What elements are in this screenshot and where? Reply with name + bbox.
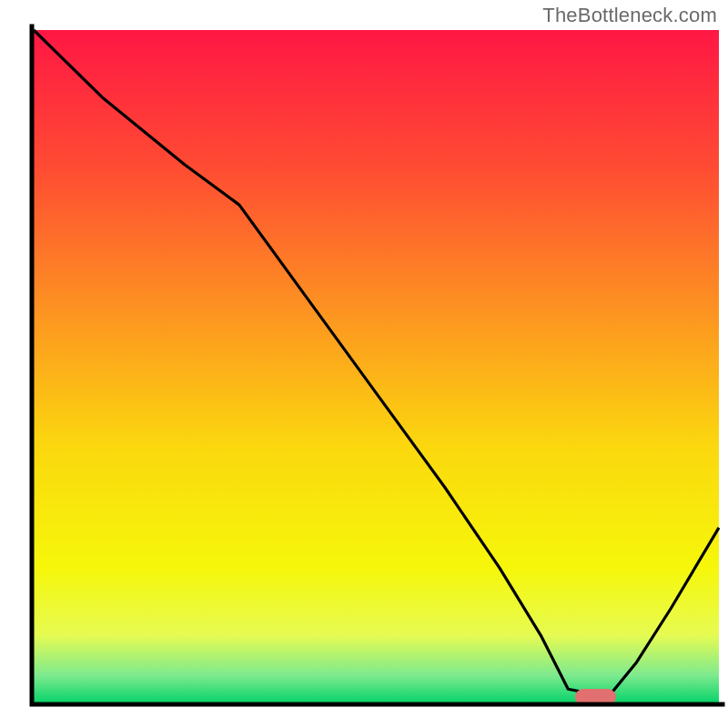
plot-background <box>34 30 719 703</box>
bottleneck-chart <box>0 0 728 728</box>
